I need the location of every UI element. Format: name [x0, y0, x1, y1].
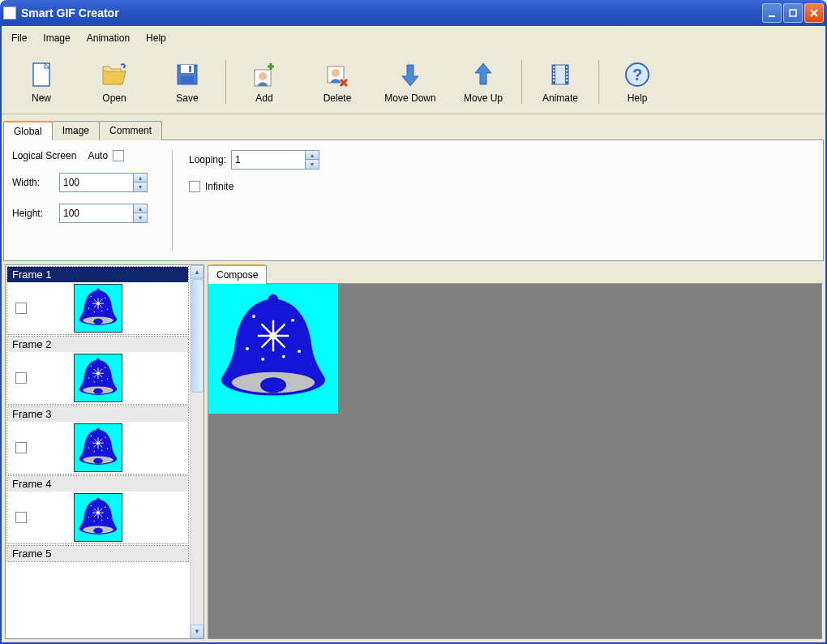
- svg-rect-34: [566, 67, 568, 68]
- compose-canvas[interactable]: [208, 283, 822, 639]
- svg-rect-30: [553, 70, 555, 71]
- minimize-button[interactable]: [762, 3, 782, 23]
- frame-checkbox[interactable]: [15, 442, 27, 453]
- frame-title: Frame 4: [7, 476, 188, 492]
- frame-item[interactable]: Frame 2: [6, 336, 189, 405]
- title-bar: Smart GIF Creator: [0, 0, 827, 26]
- compose-preview: [208, 284, 338, 414]
- looping-field[interactable]: [232, 151, 305, 169]
- looping-up[interactable]: ▲: [306, 151, 319, 160]
- auto-checkbox[interactable]: [113, 150, 124, 161]
- menu-help[interactable]: Help: [138, 29, 174, 47]
- svg-rect-15: [769, 15, 775, 17]
- width-field[interactable]: [60, 174, 133, 191]
- move-down-label: Move Down: [384, 92, 435, 104]
- menu-image[interactable]: Image: [35, 29, 78, 47]
- open-icon: [100, 60, 129, 89]
- frame-item[interactable]: Frame 5: [6, 545, 189, 562]
- arrow-down-icon: [396, 60, 425, 89]
- svg-point-25: [332, 69, 340, 77]
- width-input[interactable]: ▲▼: [59, 173, 148, 192]
- scrollbar[interactable]: ▲ ▼: [190, 265, 204, 638]
- open-label: Open: [102, 92, 126, 104]
- add-button[interactable]: Add: [228, 57, 301, 107]
- svg-text:?: ?: [632, 66, 642, 84]
- height-label: Height:: [12, 208, 54, 219]
- menu-bar: File Image Animation Help: [2, 26, 825, 50]
- width-label: Width:: [12, 177, 54, 188]
- svg-rect-35: [566, 70, 568, 71]
- window-title: Smart GIF Creator: [21, 6, 762, 19]
- svg-rect-32: [553, 76, 555, 78]
- menu-animation[interactable]: Animation: [79, 29, 138, 47]
- maximize-button[interactable]: [783, 3, 803, 23]
- frame-item[interactable]: Frame 4: [6, 475, 189, 544]
- menu-file[interactable]: File: [3, 29, 35, 47]
- looping-label: Looping:: [189, 154, 226, 165]
- logical-screen-label: Logical Screen: [12, 150, 76, 161]
- frame-item[interactable]: Frame 3: [6, 406, 189, 474]
- animate-label: Animate: [542, 92, 578, 104]
- close-button[interactable]: [804, 3, 824, 23]
- height-input[interactable]: ▲▼: [59, 204, 148, 223]
- app-icon: [3, 6, 16, 19]
- width-up[interactable]: ▲: [134, 174, 147, 182]
- frame-title: Frame 1: [7, 267, 188, 282]
- height-down[interactable]: ▼: [134, 213, 147, 222]
- move-down-button[interactable]: Move Down: [374, 57, 447, 107]
- delete-button[interactable]: Delete: [301, 57, 374, 107]
- tab-image[interactable]: Image: [52, 121, 100, 140]
- width-down[interactable]: ▼: [134, 182, 147, 191]
- settings-tabs: Global Image Comment: [3, 121, 824, 140]
- svg-rect-20: [181, 76, 194, 84]
- global-panel: Logical Screen Auto Width: ▲▼ Height: ▲▼: [3, 140, 824, 261]
- frame-item[interactable]: Frame 1: [6, 266, 189, 335]
- frame-thumbnail: [74, 354, 122, 402]
- arrow-up-icon: [469, 60, 498, 89]
- help-label: Help: [628, 92, 648, 104]
- move-up-label: Move Up: [464, 92, 503, 104]
- save-label: Save: [176, 92, 198, 104]
- frame-thumbnail: [74, 284, 122, 333]
- looping-input[interactable]: ▲▼: [231, 150, 319, 170]
- height-field[interactable]: [60, 204, 133, 222]
- scroll-down-button[interactable]: ▼: [191, 625, 204, 638]
- help-button[interactable]: ? Help: [601, 57, 674, 107]
- svg-rect-31: [553, 73, 555, 75]
- infinite-checkbox[interactable]: [189, 181, 200, 192]
- svg-rect-33: [553, 79, 555, 81]
- save-button[interactable]: Save: [151, 57, 224, 107]
- frame-list: Frame 1 Frame 2 Frame 3: [6, 265, 190, 638]
- new-button[interactable]: New: [5, 57, 78, 107]
- add-icon: [250, 60, 279, 89]
- tab-compose[interactable]: Compose: [208, 264, 267, 284]
- move-up-button[interactable]: Move Up: [447, 57, 520, 107]
- save-icon: [173, 60, 202, 89]
- frame-title: Frame 5: [7, 546, 188, 561]
- new-icon: [27, 60, 56, 89]
- scroll-thumb[interactable]: [191, 279, 204, 393]
- looping-down[interactable]: ▼: [306, 160, 319, 169]
- svg-rect-36: [566, 73, 568, 75]
- height-up[interactable]: ▲: [134, 204, 147, 213]
- frame-thumbnail: [74, 493, 122, 542]
- frame-title: Frame 3: [7, 406, 188, 422]
- new-label: New: [32, 92, 51, 104]
- svg-rect-16: [790, 10, 796, 16]
- frame-checkbox[interactable]: [15, 303, 27, 314]
- tab-global[interactable]: Global: [3, 121, 53, 140]
- animate-button[interactable]: Animate: [524, 57, 597, 107]
- svg-rect-21: [189, 66, 191, 72]
- auto-label: Auto: [88, 150, 108, 161]
- infinite-label: Infinite: [205, 181, 234, 192]
- add-label: Add: [255, 92, 272, 104]
- delete-icon: [323, 60, 352, 89]
- scroll-up-button[interactable]: ▲: [191, 265, 204, 279]
- svg-rect-19: [181, 65, 194, 73]
- open-button[interactable]: Open: [78, 57, 151, 107]
- animate-icon: [546, 60, 575, 89]
- frame-checkbox[interactable]: [15, 372, 27, 384]
- tab-comment[interactable]: Comment: [99, 121, 162, 140]
- frame-checkbox[interactable]: [15, 512, 27, 523]
- frame-title: Frame 2: [7, 337, 188, 352]
